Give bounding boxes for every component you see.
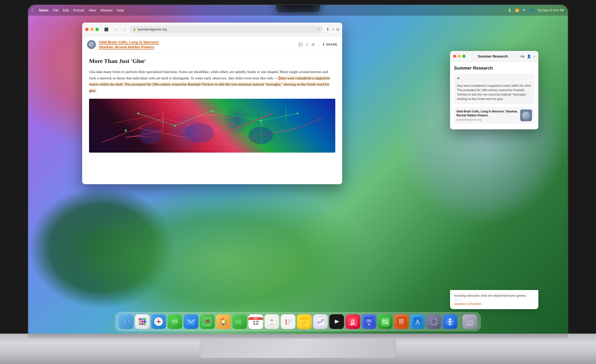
article-header-actions: 💬 2 ⊞ | ⬆ SHARE — [298, 42, 337, 47]
apple-logo-icon[interactable]:  — [32, 8, 34, 13]
dock-item-facetime[interactable] — [232, 314, 247, 329]
view-menu[interactable]: View — [89, 8, 96, 12]
macbook-trackpad[interactable] — [200, 339, 396, 358]
notes-close-button[interactable] — [453, 55, 456, 58]
notes-link-card[interactable]: Glial Brain Cells, Long in Neurons' Shad… — [454, 107, 534, 124]
lock-icon: 🔒 — [133, 28, 136, 31]
safari-close-button[interactable] — [85, 28, 89, 31]
svg-line-6 — [175, 111, 236, 118]
dock-item-appletv[interactable] — [329, 314, 344, 329]
dock-item-photos[interactable] — [216, 314, 231, 329]
share-button[interactable]: ⬆ SHARE — [322, 43, 337, 46]
article-main-title: Glial Brain Cells, Long in Neurons' Shad… — [99, 40, 296, 49]
safari-forward-button[interactable]: › — [121, 26, 128, 33]
notes-collaborators-icon[interactable]: 👤 — [527, 54, 531, 58]
svg-point-35 — [139, 323, 141, 325]
share-icon: ⬆ — [322, 43, 325, 46]
svg-point-21 — [248, 127, 273, 144]
header-divider: | — [318, 43, 319, 46]
notes-toolbar-buttons: Aa 👤 » — [520, 54, 535, 58]
dock-item-systemprefs[interactable] — [427, 314, 441, 329]
notes-content[interactable]: Summer Research ❝ they were considered a… — [450, 62, 538, 129]
notes-expand-icon[interactable]: » — [533, 54, 535, 58]
dock-item-calendar[interactable]: SEP 12 — [248, 314, 263, 329]
dock-item-pages[interactable] — [394, 314, 409, 329]
user-icon[interactable]: 👤 — [530, 9, 534, 12]
share-label: SHARE — [326, 43, 337, 46]
battery-icon: 🔋 — [508, 9, 512, 12]
dock-item-mail[interactable] — [184, 314, 198, 329]
safari-address-bar[interactable]: 🔒 quantamagazine.org ↻ — [130, 26, 322, 33]
help-menu[interactable]: Help — [117, 8, 124, 12]
dock-item-accessibility[interactable] — [443, 314, 457, 329]
bookmark-icon[interactable]: ⊞ — [311, 42, 315, 47]
article-image — [89, 99, 335, 153]
article-title-line2: Shadow, Reveal Hidden Powers — [99, 45, 154, 49]
dock-item-contacts[interactable] — [265, 314, 279, 329]
dock-divider — [460, 316, 460, 327]
dock-item-keynote[interactable] — [362, 314, 376, 329]
notes-minimize-button[interactable] — [458, 55, 461, 58]
svg-rect-123 — [466, 319, 474, 320]
format-menu[interactable]: Format — [73, 8, 84, 12]
comments-icon[interactable]: 💬 — [298, 43, 303, 47]
article-icon-inner — [89, 42, 94, 47]
dock-item-finder[interactable] — [119, 314, 134, 329]
svg-point-15 — [125, 129, 127, 132]
svg-point-111 — [433, 321, 435, 323]
svg-point-52 — [207, 320, 209, 322]
svg-rect-91 — [367, 321, 371, 321]
dock-item-music[interactable] — [346, 314, 360, 329]
svg-rect-103 — [399, 320, 404, 321]
dock-item-freeform[interactable] — [313, 314, 328, 329]
dock-item-numbers[interactable] — [378, 314, 393, 329]
dock-item-maps[interactable] — [200, 314, 215, 329]
macbook-hinge-strip — [28, 334, 568, 338]
dock-item-messages[interactable] — [168, 314, 182, 329]
url-display[interactable]: quantamagazine.org — [138, 27, 167, 31]
safari-new-tab-icon[interactable]: + — [332, 27, 334, 31]
notes-quote-icon: ❝ — [457, 77, 531, 82]
partial-attribution: Jonathan Cohen/NIH — [454, 302, 534, 306]
safari-windows-icon[interactable]: ⧉ — [337, 27, 339, 32]
svg-point-71 — [285, 323, 287, 325]
partial-caption-text: including astrocytes (red) and oligodend… — [454, 293, 534, 298]
edit-menu[interactable]: Edit — [63, 8, 69, 12]
svg-rect-66 — [284, 318, 292, 326]
dock-item-trash[interactable] — [463, 314, 477, 329]
notes-font-button[interactable]: Aa — [520, 54, 525, 58]
notes-maximize-button[interactable] — [462, 55, 466, 58]
safari-minimize-button[interactable] — [90, 28, 94, 31]
svg-point-31 — [144, 318, 146, 320]
dock-item-launchpad[interactable] — [135, 314, 150, 329]
screen-inner:  Notes File Edit Format View Window Hel… — [28, 5, 568, 334]
app-name-menu[interactable]: Notes — [39, 8, 49, 12]
svg-rect-102 — [399, 319, 404, 320]
dock-item-safari[interactable] — [151, 314, 166, 329]
safari-share-icon[interactable]: ⬆ — [326, 27, 329, 32]
svg-line-61 — [220, 323, 222, 325]
dock-item-notes[interactable] — [297, 314, 312, 329]
svg-line-9 — [298, 118, 322, 128]
dock-container: SEP 12 — [115, 312, 481, 331]
window-menu[interactable]: Window — [100, 8, 113, 12]
svg-rect-114 — [430, 321, 431, 322]
file-menu[interactable]: File — [53, 8, 59, 12]
article-content[interactable]: More Than Just 'Glue' Glia take many for… — [82, 53, 342, 184]
dock-item-reminders[interactable] — [281, 314, 296, 329]
svg-point-20 — [185, 123, 214, 143]
safari-traffic-lights — [85, 28, 99, 31]
safari-sidebar-icon[interactable]: ⬛ — [103, 26, 110, 33]
search-icon[interactable]: 🔍 — [522, 9, 526, 12]
dock-item-appstore[interactable]: A — [410, 314, 425, 329]
refresh-icon[interactable]: ↻ — [317, 28, 320, 31]
safari-maximize-button[interactable] — [95, 28, 99, 31]
menu-bar-left:  Notes File Edit Format View Window Hel… — [32, 8, 124, 13]
svg-point-32 — [139, 320, 141, 323]
svg-point-47 — [174, 321, 175, 322]
article-body: Glia take many forms to perform their sp… — [89, 69, 335, 94]
svg-line-19 — [261, 113, 298, 121]
svg-rect-23 — [122, 317, 131, 326]
safari-back-button[interactable]: ‹ — [113, 26, 119, 33]
svg-rect-124 — [469, 318, 471, 319]
